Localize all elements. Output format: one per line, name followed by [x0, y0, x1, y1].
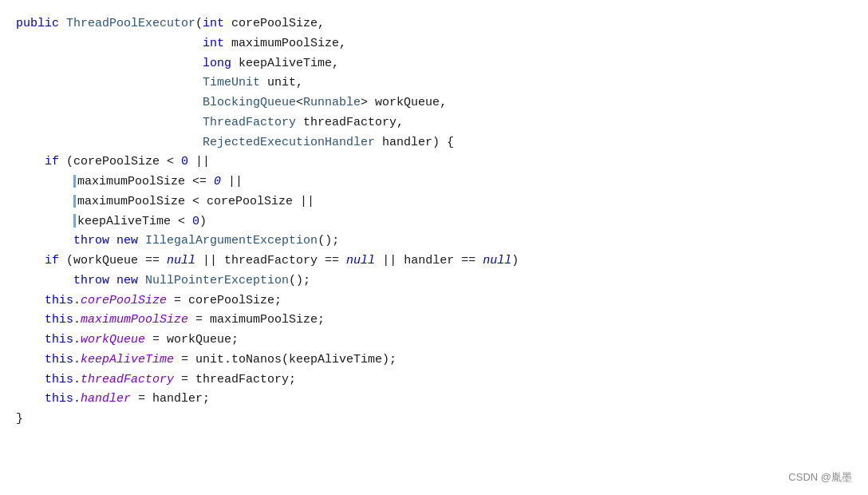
code-line-21: }: [16, 410, 852, 430]
code-line-7: RejectedExecutionHandler handler) {: [16, 133, 852, 153]
code-container: public ThreadPoolExecutor(int corePoolSi…: [0, 0, 868, 495]
code-line-1: public ThreadPoolExecutor(int corePoolSi…: [16, 14, 852, 34]
code-line-5: BlockingQueue<Runnable> workQueue,: [16, 93, 852, 113]
code-line-13: if (workQueue == null || threadFactory =…: [16, 251, 852, 271]
code-line-9: maximumPoolSize <= 0 ||: [16, 172, 852, 192]
code-line-8: if (corePoolSize < 0 ||: [16, 152, 852, 172]
code-line-3: long keepAliveTime,: [16, 54, 852, 74]
code-line-16: this.maximumPoolSize = maximumPoolSize;: [16, 311, 852, 331]
code-line-20: this.handler = handler;: [16, 390, 852, 410]
code-line-2: int maximumPoolSize,: [16, 34, 852, 54]
code-line-6: ThreadFactory threadFactory,: [16, 113, 852, 133]
code-line-15: this.corePoolSize = corePoolSize;: [16, 291, 852, 311]
code-line-4: TimeUnit unit,: [16, 73, 852, 93]
code-line-10: maximumPoolSize < corePoolSize ||: [16, 192, 852, 212]
code-line-19: this.threadFactory = threadFactory;: [16, 370, 852, 390]
code-line-17: this.workQueue = workQueue;: [16, 331, 852, 350]
code-line-11: keepAliveTime < 0): [16, 212, 852, 232]
code-line-14: throw new NullPointerException();: [16, 271, 852, 291]
watermark-text: CSDN @胤墨: [788, 469, 852, 485]
code-line-18: this.keepAliveTime = unit.toNanos(keepAl…: [16, 350, 852, 370]
code-line-12: throw new IllegalArgumentException();: [16, 232, 852, 251]
